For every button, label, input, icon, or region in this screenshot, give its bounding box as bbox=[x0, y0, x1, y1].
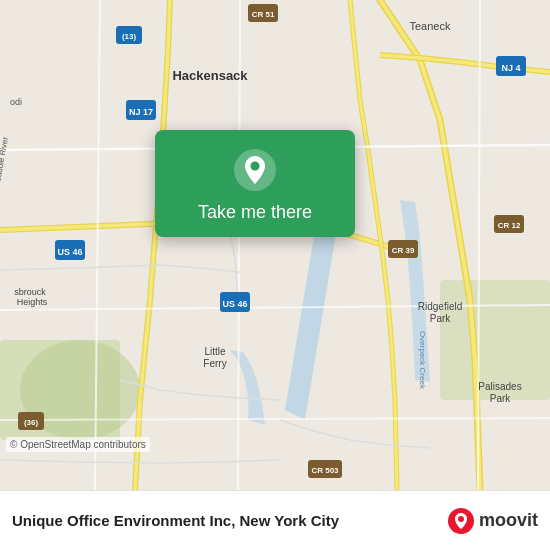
svg-text:Overpeck Creek: Overpeck Creek bbox=[418, 331, 427, 390]
attribution-text: © OpenStreetMap contributors bbox=[6, 437, 150, 452]
svg-text:sbrouck: sbrouck bbox=[14, 287, 46, 297]
location-card[interactable]: Take me there bbox=[155, 130, 355, 237]
map-container: NJ 17 US 46 US 46 NJ 4 CR 39 CR 12 CR 51… bbox=[0, 0, 550, 490]
place-name: Unique Office Environment Inc, New York … bbox=[12, 512, 447, 529]
svg-text:odi: odi bbox=[10, 97, 22, 107]
svg-text:Park: Park bbox=[430, 313, 452, 324]
svg-text:Park: Park bbox=[490, 393, 512, 404]
svg-text:CR 51: CR 51 bbox=[252, 10, 275, 19]
svg-text:NJ 4: NJ 4 bbox=[501, 63, 520, 73]
moovit-text: moovit bbox=[479, 510, 538, 531]
svg-point-44 bbox=[251, 162, 260, 171]
location-pin-icon bbox=[233, 148, 277, 192]
svg-text:US 46: US 46 bbox=[57, 247, 82, 257]
svg-text:Palisades: Palisades bbox=[478, 381, 521, 392]
svg-point-46 bbox=[458, 516, 464, 522]
svg-text:Teaneck: Teaneck bbox=[410, 20, 451, 32]
svg-text:CR 39: CR 39 bbox=[392, 246, 415, 255]
svg-text:(13): (13) bbox=[122, 32, 137, 41]
svg-text:Ridgefield: Ridgefield bbox=[418, 301, 462, 312]
svg-text:CR 503: CR 503 bbox=[311, 466, 339, 475]
take-me-there-button[interactable]: Take me there bbox=[198, 202, 312, 223]
svg-text:Ferry: Ferry bbox=[203, 358, 226, 369]
bottom-bar: Unique Office Environment Inc, New York … bbox=[0, 490, 550, 550]
svg-text:Heights: Heights bbox=[17, 297, 48, 307]
moovit-logo: moovit bbox=[447, 507, 538, 535]
svg-text:CR 12: CR 12 bbox=[498, 221, 521, 230]
svg-text:(36): (36) bbox=[24, 418, 39, 427]
svg-text:Little: Little bbox=[204, 346, 226, 357]
svg-text:Hackensack: Hackensack bbox=[172, 68, 248, 83]
moovit-logo-icon bbox=[447, 507, 475, 535]
svg-text:NJ 17: NJ 17 bbox=[129, 107, 153, 117]
svg-text:US 46: US 46 bbox=[222, 299, 247, 309]
